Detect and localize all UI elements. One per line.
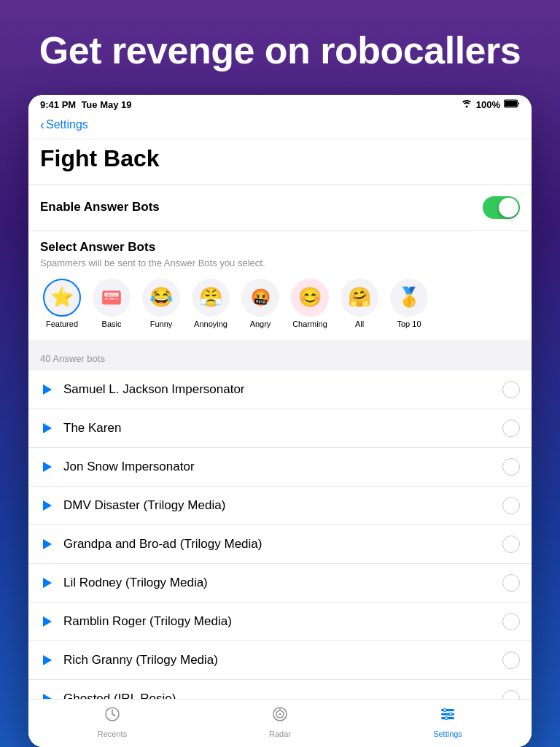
tab-recents[interactable]: Recents [83, 705, 141, 738]
select-bots-title: Select Answer Bots [40, 240, 520, 255]
annoying-icon: 😤 [192, 279, 230, 317]
play-icon [43, 539, 52, 549]
category-funny[interactable]: 😂 Funny [139, 279, 183, 328]
charming-icon: 😊 [291, 279, 329, 317]
hero-title: Get revenge on robocallers [15, 29, 545, 73]
play-button[interactable] [40, 498, 55, 513]
angry-label: Angry [250, 320, 271, 328]
radio-button[interactable] [502, 690, 520, 699]
bots-count-section: 40 Answer bots [28, 346, 532, 371]
toggle-knob [499, 198, 518, 217]
play-button[interactable] [40, 421, 55, 436]
back-button[interactable]: ‹ Settings [40, 117, 520, 133]
battery-percentage: 100% [476, 99, 500, 110]
radar-label: Radar [269, 729, 291, 738]
list-item: DMV Disaster (Trilogy Media) [28, 487, 532, 525]
category-annoying[interactable]: 😤 Annoying [189, 279, 233, 328]
list-item: Ghosted (IRL Rosie) [28, 680, 532, 699]
list-item: Rich Granny (Trilogy Media) [28, 641, 532, 680]
play-icon [43, 462, 52, 472]
radio-button[interactable] [502, 497, 520, 514]
enable-bots-row: Enable Answer Bots [40, 196, 520, 219]
svg-point-0 [465, 105, 467, 107]
svg-point-10 [279, 713, 281, 716]
radio-button[interactable] [502, 535, 520, 553]
recents-label: Recents [98, 729, 127, 738]
play-icon [43, 616, 52, 627]
funny-icon: 😂 [142, 279, 180, 317]
annoying-label: Annoying [194, 320, 228, 328]
svg-rect-2 [505, 101, 517, 107]
radio-button[interactable] [502, 613, 520, 630]
radio-button[interactable] [502, 458, 520, 476]
play-icon [43, 694, 52, 699]
main-content: Enable Answer Bots Select Answer Bots Sp… [28, 185, 532, 699]
bot-name: Samuel L. Jackson Impersonator [63, 382, 494, 397]
back-chevron-icon: ‹ [40, 117, 44, 133]
category-basic[interactable]: HELLO MY NAME IS Basic [90, 279, 133, 328]
svg-text:MY NAME IS: MY NAME IS [105, 298, 119, 301]
all-label: All [355, 320, 364, 328]
all-icon: 🤗 [341, 279, 378, 317]
category-top10[interactable]: 🥇 Top 10 [387, 279, 431, 328]
radio-button[interactable] [502, 651, 520, 669]
play-icon [43, 423, 52, 433]
angry-icon: 🤬 [241, 279, 279, 317]
nav-bar: ‹ Settings [28, 115, 532, 139]
select-bots-section: Select Answer Bots Spammers will be sent… [28, 231, 532, 346]
battery-icon [504, 99, 520, 110]
play-icon [43, 500, 52, 511]
svg-text:HELLO: HELLO [106, 293, 117, 297]
category-featured[interactable]: ⭐ Featured [40, 279, 84, 328]
enable-bots-label: Enable Answer Bots [40, 200, 160, 214]
page-title: Fight Back [40, 145, 520, 172]
settings-icon [439, 705, 456, 727]
svg-point-17 [445, 717, 448, 720]
play-button[interactable] [40, 576, 55, 590]
bot-name: Jon Snow Impersonator [63, 460, 494, 474]
play-icon [43, 655, 52, 665]
settings-label: Settings [433, 729, 462, 738]
radar-icon [271, 705, 289, 727]
play-button[interactable] [40, 537, 55, 551]
funny-label: Funny [150, 320, 173, 328]
bot-name: Ghosted (IRL Rosie) [63, 692, 494, 699]
category-angry[interactable]: 🤬 Angry [238, 279, 282, 328]
page-title-section: Fight Back [28, 139, 532, 185]
play-button[interactable] [40, 692, 55, 699]
category-all[interactable]: 🤗 All [338, 279, 381, 328]
play-icon [43, 384, 52, 395]
list-item: Grandpa and Bro-ad (Trilogy Media) [28, 525, 532, 564]
bots-count: 40 Answer bots [40, 353, 105, 364]
basic-label: Basic [102, 320, 122, 328]
play-button[interactable] [40, 653, 55, 667]
tab-settings[interactable]: Settings [419, 705, 477, 738]
list-item: Lil Rodney (Trilogy Media) [28, 564, 532, 603]
tab-bar: Recents Radar [28, 699, 532, 747]
select-bots-subtitle: Spammers will be sent to the Answer Bots… [40, 258, 520, 268]
category-charming[interactable]: 😊 Charming [288, 279, 332, 328]
svg-point-16 [449, 713, 452, 716]
svg-point-15 [443, 709, 446, 712]
radio-button[interactable] [502, 419, 520, 437]
basic-icon: HELLO MY NAME IS [93, 279, 131, 317]
tab-radar[interactable]: Radar [251, 705, 309, 738]
list-item: The Karen [28, 409, 532, 448]
play-button[interactable] [40, 614, 55, 629]
bot-name: Ramblin Roger (Trilogy Media) [63, 614, 494, 629]
featured-icon: ⭐ [43, 279, 81, 317]
list-item: Jon Snow Impersonator [28, 448, 532, 487]
wifi-icon [461, 99, 472, 110]
bot-name: Lil Rodney (Trilogy Media) [63, 576, 494, 590]
radio-button[interactable] [502, 381, 520, 398]
play-button[interactable] [40, 382, 55, 397]
enable-bots-toggle[interactable] [483, 196, 520, 219]
list-item: Ramblin Roger (Trilogy Media) [28, 603, 532, 641]
status-bar: 9:41 PM Tue May 19 100% [28, 95, 532, 115]
bot-categories: ⭐ Featured HELLO MY NAME IS Basic [40, 279, 520, 328]
list-item: Samuel L. Jackson Impersonator [28, 371, 532, 409]
featured-label: Featured [46, 320, 78, 328]
bot-list: Samuel L. Jackson Impersonator The Karen… [28, 371, 532, 699]
radio-button[interactable] [502, 574, 520, 592]
play-button[interactable] [40, 460, 55, 474]
